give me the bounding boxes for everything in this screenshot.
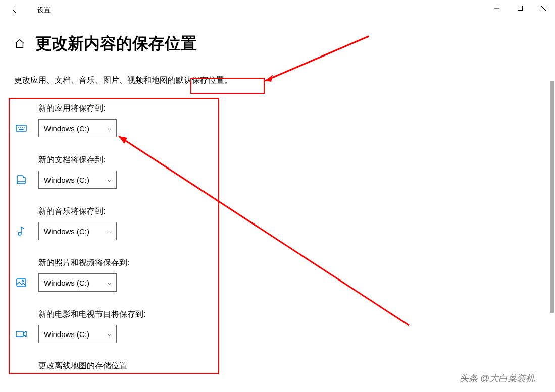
dropdown-value: Windows (C:) xyxy=(44,278,89,287)
offline-maps-link[interactable]: 更改离线地图的存储位置 xyxy=(38,361,555,371)
scrollbar-thumb[interactable] xyxy=(550,81,554,313)
setting-documents: 新的文档将保存到: Windows (C:) ⌵ xyxy=(14,155,555,189)
maximize-button[interactable] xyxy=(509,0,532,16)
chevron-down-icon: ⌵ xyxy=(108,125,111,132)
svg-rect-1 xyxy=(518,6,523,11)
documents-location-dropdown[interactable]: Windows (C:) ⌵ xyxy=(38,171,117,189)
home-icon[interactable] xyxy=(14,38,25,49)
setting-movies: 新的电影和电视节目将保存到: Windows (C:) ⌵ xyxy=(14,309,555,343)
setting-photos: 新的照片和视频将保存到: Windows (C:) ⌵ xyxy=(14,258,555,292)
picture-icon xyxy=(14,275,28,290)
dropdown-value: Windows (C:) xyxy=(44,330,89,339)
window-controls xyxy=(485,0,555,16)
chevron-down-icon: ⌵ xyxy=(108,330,111,338)
movies-location-dropdown[interactable]: Windows (C:) ⌵ xyxy=(38,325,117,343)
setting-label: 新的电影和电视节目将保存到: xyxy=(38,309,145,320)
chevron-down-icon: ⌵ xyxy=(108,228,111,235)
svg-rect-13 xyxy=(16,331,23,337)
page-title: 更改新内容的保存位置 xyxy=(35,33,197,55)
titlebar: 设置 xyxy=(0,0,555,20)
settings-list: 新的应用将保存到: Windows (C:) ⌵ 新的文档将保存到: Windo… xyxy=(14,103,555,343)
scrollbar-track[interactable] xyxy=(548,20,555,383)
setting-label: 新的文档将保存到: xyxy=(38,155,117,165)
close-button[interactable] xyxy=(532,0,555,16)
setting-label: 新的音乐将保存到: xyxy=(38,206,117,217)
video-icon xyxy=(14,327,28,341)
dropdown-value: Windows (C:) xyxy=(44,124,89,133)
photos-location-dropdown[interactable]: Windows (C:) ⌵ xyxy=(38,273,117,292)
setting-label: 新的应用将保存到: xyxy=(38,103,117,114)
svg-rect-11 xyxy=(17,279,26,286)
chevron-down-icon: ⌵ xyxy=(108,176,111,183)
minimize-button[interactable] xyxy=(485,0,509,16)
svg-point-12 xyxy=(22,281,24,282)
svg-point-10 xyxy=(18,232,21,235)
watermark: 头条 @大白菜装机 xyxy=(460,372,535,384)
back-button[interactable] xyxy=(7,2,23,18)
dropdown-value: Windows (C:) xyxy=(44,227,89,236)
music-location-dropdown[interactable]: Windows (C:) ⌵ xyxy=(38,222,117,240)
page-header: 更改新内容的保存位置 xyxy=(14,33,555,55)
setting-label: 新的照片和视频将保存到: xyxy=(38,258,129,268)
music-icon xyxy=(14,224,28,238)
chevron-down-icon: ⌵ xyxy=(108,279,111,286)
page-description: 更改应用、文档、音乐、图片、视频和地图的默认保存位置。 xyxy=(14,75,555,86)
document-icon xyxy=(14,173,28,187)
content-area: 更改新内容的保存位置 更改应用、文档、音乐、图片、视频和地图的默认保存位置。 新… xyxy=(0,20,555,371)
apps-location-dropdown[interactable]: Windows (C:) ⌵ xyxy=(38,119,117,137)
dropdown-value: Windows (C:) xyxy=(44,176,89,184)
setting-apps: 新的应用将保存到: Windows (C:) ⌵ xyxy=(14,103,555,137)
svg-rect-4 xyxy=(16,125,26,131)
setting-music: 新的音乐将保存到: Windows (C:) ⌵ xyxy=(14,206,555,240)
window-title: 设置 xyxy=(37,6,51,15)
keyboard-icon xyxy=(14,121,28,135)
